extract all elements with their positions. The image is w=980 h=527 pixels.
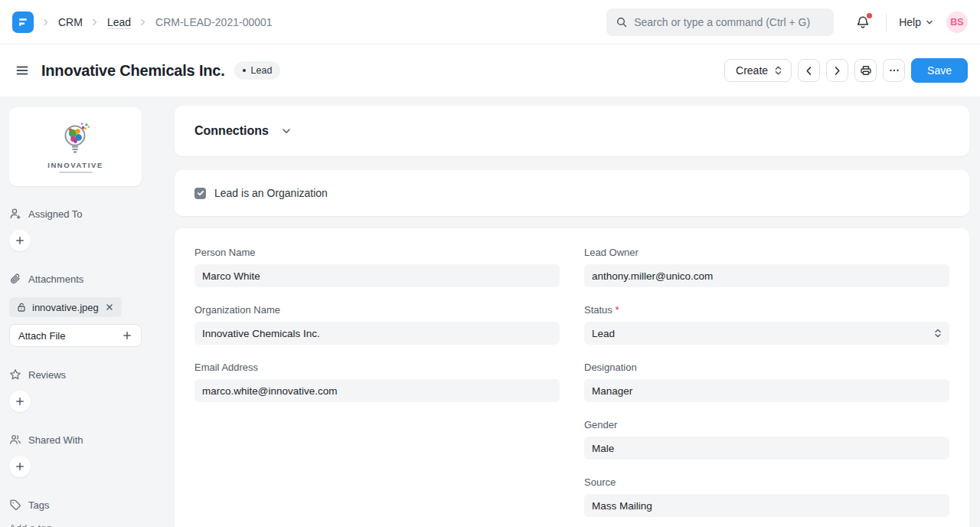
organization-name-label: Organization Name	[194, 304, 560, 316]
logo-tagline-decoration	[59, 172, 93, 173]
status-dot-icon	[243, 69, 246, 72]
add-review-button[interactable]	[9, 391, 31, 412]
shared-with-heading: Shared With	[9, 434, 168, 446]
gender-field: Gender	[584, 419, 949, 460]
more-options-button[interactable]	[883, 59, 905, 82]
chevron-right-icon	[138, 17, 149, 28]
tag-icon	[9, 499, 21, 511]
chevron-up-down-icon	[773, 65, 783, 76]
lead-details-form: Person Name Organization Name Email Addr…	[175, 228, 969, 527]
email-address-label: Email Address	[194, 362, 560, 373]
connections-title: Connections	[194, 124, 269, 138]
sidebar-toggle-button[interactable]	[12, 61, 32, 80]
header-actions: Create Save	[724, 58, 968, 83]
add-tag-input[interactable]: Add a tag ...	[9, 522, 168, 527]
attach-file-label: Attach File	[18, 330, 65, 342]
person-name-input[interactable]	[194, 264, 560, 287]
paperclip-icon	[9, 273, 21, 285]
chevron-down-icon	[280, 125, 292, 137]
breadcrumb-doctype[interactable]: Lead	[107, 16, 131, 28]
organization-flag-row: Lead is an Organization	[175, 170, 969, 216]
lead-owner-field: Lead Owner	[584, 247, 949, 287]
status-label: Status *	[584, 304, 949, 316]
top-navbar: CRM Lead CRM-LEAD-2021-00001 Help B	[0, 0, 980, 44]
attachment-chip[interactable]: innovative.jpeg	[9, 297, 122, 317]
assigned-to-heading: Assigned To	[9, 208, 168, 220]
attachments-label: Attachments	[28, 273, 83, 285]
lead-owner-input[interactable]	[584, 264, 949, 287]
lead-image[interactable]: INNOVATIVE	[9, 107, 142, 186]
email-address-input[interactable]	[194, 379, 560, 402]
designation-input[interactable]	[584, 379, 949, 402]
attach-file-button[interactable]: Attach File	[9, 324, 142, 347]
designation-label: Designation	[584, 362, 949, 373]
chevron-right-icon	[41, 17, 51, 28]
previous-record-button[interactable]	[798, 59, 820, 82]
organization-name-field: Organization Name	[194, 304, 560, 345]
document-sidebar: INNOVATIVE Assigned To Attachments innov…	[0, 97, 168, 527]
organization-name-input[interactable]	[194, 322, 560, 345]
search-input[interactable]	[634, 16, 825, 28]
help-menu[interactable]: Help	[899, 16, 934, 28]
topbar-right-cluster: Help BS	[606, 8, 968, 36]
printer-icon	[860, 64, 872, 77]
remove-attachment-icon[interactable]	[104, 302, 115, 313]
add-share-button[interactable]	[9, 456, 31, 477]
source-label: Source	[584, 476, 949, 488]
gender-input[interactable]	[584, 437, 949, 460]
plus-icon	[15, 235, 25, 246]
logo-caption: INNOVATIVE	[47, 161, 103, 169]
person-name-label: Person Name	[194, 247, 560, 258]
frappe-logo-icon	[17, 16, 29, 28]
create-button[interactable]: Create	[724, 59, 792, 82]
gender-label: Gender	[584, 419, 949, 430]
user-avatar[interactable]: BS	[946, 11, 968, 33]
connections-section-toggle[interactable]: Connections	[175, 106, 969, 156]
chevron-right-icon	[831, 65, 843, 77]
lightbulb-logo-icon	[51, 121, 100, 159]
source-input[interactable]	[584, 494, 949, 517]
attachment-file-name: innovative.jpeg	[32, 302, 99, 313]
chevron-down-icon	[925, 18, 934, 27]
chevron-left-icon	[803, 65, 815, 77]
tags-heading: Tags	[9, 499, 168, 511]
reviews-label: Reviews	[28, 369, 66, 381]
status-badge: Lead	[234, 61, 281, 80]
breadcrumb-docname: CRM-LEAD-2021-00001	[155, 16, 273, 28]
main-panel: Connections Lead is an Organization Pers…	[168, 97, 980, 527]
next-record-button[interactable]	[826, 59, 848, 82]
save-button[interactable]: Save	[911, 58, 968, 83]
required-asterisk: *	[615, 304, 619, 316]
app-logo[interactable]	[12, 11, 34, 33]
tags-label: Tags	[28, 499, 49, 511]
reviews-heading: Reviews	[9, 368, 168, 381]
user-plus-icon	[9, 208, 21, 220]
search-icon	[616, 16, 628, 28]
content-area: INNOVATIVE Assigned To Attachments innov…	[0, 97, 980, 527]
page-title: Innovative Chemicals Inc.	[41, 62, 225, 80]
designation-field: Designation	[584, 362, 949, 402]
notifications-button[interactable]	[854, 13, 872, 31]
email-address-field: Email Address	[194, 362, 560, 402]
star-icon	[9, 368, 21, 381]
notification-dot	[867, 13, 872, 18]
breadcrumb-app[interactable]: CRM	[58, 16, 83, 28]
ellipsis-icon	[888, 64, 900, 77]
lead-is-organization-checkbox[interactable]	[194, 188, 206, 199]
form-column-right: Lead Owner Status * Designation	[584, 247, 949, 527]
attachments-heading: Attachments	[9, 273, 168, 285]
lead-owner-label: Lead Owner	[584, 247, 949, 258]
chevron-right-icon	[90, 17, 100, 28]
add-assignment-button[interactable]	[9, 230, 31, 251]
unlock-icon	[16, 302, 27, 313]
status-select[interactable]	[584, 322, 949, 345]
status-field: Status *	[584, 304, 949, 345]
global-search[interactable]	[606, 8, 834, 36]
source-field: Source	[584, 476, 949, 517]
print-button[interactable]	[854, 59, 877, 82]
plus-icon	[15, 396, 25, 407]
form-column-left: Person Name Organization Name Email Addr…	[194, 247, 560, 527]
users-icon	[9, 434, 21, 446]
create-button-label: Create	[736, 64, 768, 77]
status-badge-label: Lead	[251, 65, 273, 76]
